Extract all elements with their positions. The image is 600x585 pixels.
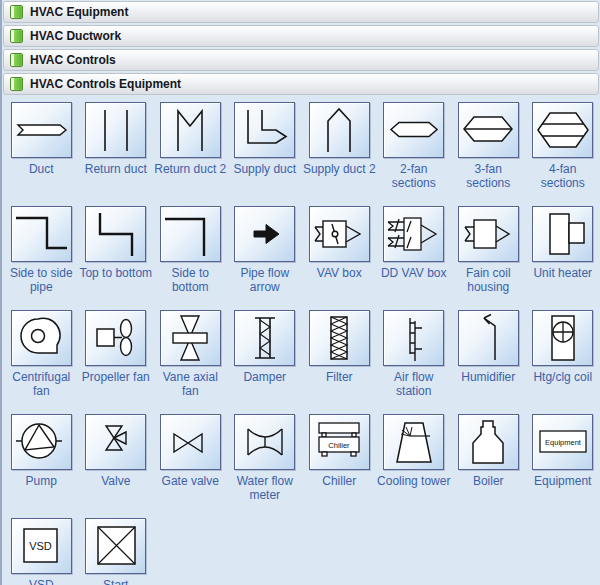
- shape-centrifugal-fan[interactable]: Centrifugal fan: [4, 310, 79, 414]
- shape-tile: [383, 206, 444, 262]
- shape-vane-axial-fan[interactable]: Vane axial fan: [153, 310, 228, 414]
- shape-pipe-flow-arrow[interactable]: Pipe flow arrow: [228, 206, 303, 310]
- shape-label: Supply duct 2: [302, 162, 376, 176]
- shape-label: DD VAV box: [377, 266, 451, 280]
- shape-label: Unit heater: [526, 266, 600, 280]
- shape-pump[interactable]: Pump: [4, 414, 79, 518]
- shape-3-fan-sections[interactable]: 3-fan sections: [451, 102, 526, 206]
- shape-tile: [383, 310, 444, 366]
- shape-tile: [85, 518, 146, 574]
- shape-label: Chiller: [302, 474, 376, 488]
- shape-tile: [11, 206, 72, 262]
- 3-fan-sections-icon: [458, 103, 518, 157]
- shape-equipment[interactable]: Equipment Equipment: [526, 414, 600, 518]
- side-to-bottom-icon: [160, 207, 220, 261]
- shape-tile: VSD: [11, 518, 72, 574]
- shape-dd-vav-box[interactable]: DD VAV box: [377, 206, 452, 310]
- shape-label: 3-fan sections: [451, 162, 525, 190]
- shape-4-fan-sections[interactable]: 4-fan sections: [526, 102, 600, 206]
- shape-return-duct-2[interactable]: Return duct 2: [153, 102, 228, 206]
- section-hvac-controls[interactable]: HVAC Controls: [3, 49, 599, 71]
- shape-tile: [11, 102, 72, 158]
- shape-tile: [160, 206, 221, 262]
- shape-tile: [234, 102, 295, 158]
- shape-return-duct[interactable]: Return duct: [79, 102, 154, 206]
- shape-vsd[interactable]: VSD VSD: [4, 518, 79, 585]
- shape-water-flow-meter[interactable]: Water flow meter: [228, 414, 303, 518]
- shape-label: Gate valve: [153, 474, 227, 488]
- shape-humidifier[interactable]: Humidifier: [451, 310, 526, 414]
- supply-duct-icon: [235, 103, 295, 157]
- humidifier-icon: [458, 311, 518, 365]
- shape-chiller[interactable]: Chiller Chiller: [302, 414, 377, 518]
- 4-fan-sections-icon: [533, 103, 593, 157]
- section-label: HVAC Controls Equipment: [30, 77, 181, 91]
- shape-top-to-bottom[interactable]: Top to bottom: [79, 206, 154, 310]
- shape-tile: [458, 414, 519, 470]
- shape-tile: [532, 102, 593, 158]
- duct-icon: [11, 103, 71, 157]
- shape-vav-box[interactable]: VAV box: [302, 206, 377, 310]
- shape-label: 4-fan sections: [526, 162, 600, 190]
- shape-boiler[interactable]: Boiler: [451, 414, 526, 518]
- shape-propeller-fan[interactable]: Propeller fan: [79, 310, 154, 414]
- shape-label: Vane axial fan: [153, 370, 227, 398]
- supply-duct-2-icon: [309, 103, 369, 157]
- shape-gate-valve[interactable]: Gate valve: [153, 414, 228, 518]
- shape-damper[interactable]: Damper: [228, 310, 303, 414]
- shape-fain-coil-housing[interactable]: Fain coil housing: [451, 206, 526, 310]
- shape-valve[interactable]: Valve: [79, 414, 154, 518]
- shape-htg-clg-coil[interactable]: Htg/clg coil: [526, 310, 600, 414]
- shape-air-flow-station[interactable]: Air flow station: [377, 310, 452, 414]
- shape-tile: [234, 310, 295, 366]
- section-hvac-ductwork[interactable]: HVAC Ductwork: [3, 25, 599, 47]
- shape-tile: [160, 102, 221, 158]
- shape-label: Pump: [4, 474, 78, 488]
- fain-coil-housing-icon: [458, 207, 518, 261]
- shape-side-to-side-pipe[interactable]: Side to side pipe: [4, 206, 79, 310]
- shape-tile: [85, 206, 146, 262]
- centrifugal-fan-icon: [11, 311, 71, 365]
- shape-supply-duct[interactable]: Supply duct: [228, 102, 303, 206]
- shape-duct[interactable]: Duct: [4, 102, 79, 206]
- shape-tile: [383, 102, 444, 158]
- shape-tile: [309, 310, 370, 366]
- shape-tile: Equipment: [532, 414, 593, 470]
- filter-icon: [309, 311, 369, 365]
- shape-unit-heater[interactable]: Unit heater: [526, 206, 600, 310]
- shape-tile: [309, 102, 370, 158]
- section-label: HVAC Controls: [30, 53, 116, 67]
- valve-icon: [86, 415, 146, 469]
- vane-axial-fan-icon: [160, 311, 220, 365]
- propeller-fan-icon: [86, 311, 146, 365]
- panel-left-border: [0, 0, 2, 585]
- shape-label: Fain coil housing: [451, 266, 525, 294]
- shape-label: Damper: [228, 370, 302, 384]
- return-duct-icon: [86, 103, 146, 157]
- start-icon: [86, 519, 146, 573]
- shape-2-fan-sections[interactable]: 2-fan sections: [377, 102, 452, 206]
- shape-tile: [11, 310, 72, 366]
- shape-label: Boiler: [451, 474, 525, 488]
- unit-heater-icon: [533, 207, 593, 261]
- section-hvac-equipment[interactable]: HVAC Equipment: [3, 1, 599, 23]
- shape-supply-duct-2[interactable]: Supply duct 2: [302, 102, 377, 206]
- shape-label: Cooling tower: [377, 474, 451, 488]
- shape-filter[interactable]: Filter: [302, 310, 377, 414]
- shape-library-panel: HVAC Equipment HVAC Ductwork HVAC Contro…: [0, 0, 600, 585]
- shape-cooling-tower[interactable]: Cooling tower: [377, 414, 452, 518]
- stencil-icon: [10, 77, 23, 91]
- shape-label: Valve: [79, 474, 153, 488]
- shape-start[interactable]: Start: [79, 518, 154, 585]
- shape-tile: [85, 102, 146, 158]
- shape-tile: Chiller: [309, 414, 370, 470]
- damper-icon: [235, 311, 295, 365]
- shape-label: Air flow station: [377, 370, 451, 398]
- shape-label: Start: [79, 578, 153, 585]
- shape-side-to-bottom[interactable]: Side to bottom: [153, 206, 228, 310]
- section-hvac-controls-equipment[interactable]: HVAC Controls Equipment: [3, 73, 599, 95]
- shape-label: VSD: [4, 578, 78, 585]
- stencil-icon: [10, 53, 23, 67]
- side-to-side-pipe-icon: [11, 207, 71, 261]
- shape-tile: [532, 310, 593, 366]
